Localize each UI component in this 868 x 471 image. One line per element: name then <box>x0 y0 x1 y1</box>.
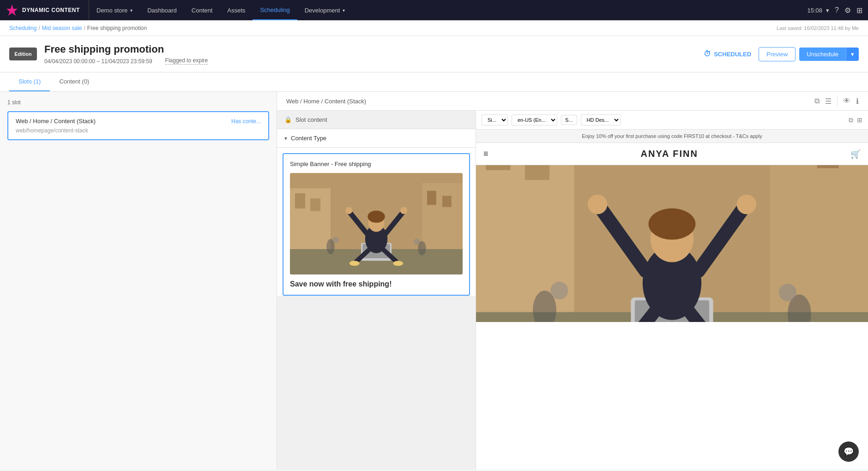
svg-point-23 <box>332 237 338 243</box>
svg-point-38 <box>649 209 696 240</box>
slot-count: 1 slot <box>7 99 269 106</box>
svg-rect-4 <box>310 198 320 211</box>
preview-nav: ≡ ANYA FINN 🛒 <box>476 143 868 165</box>
slot-content-label: 🔒 Slot content <box>277 111 476 129</box>
breadcrumb-scheduling[interactable]: Scheduling <box>9 25 36 31</box>
preview-quality-select[interactable]: HD Des... <box>581 114 621 125</box>
preview-external-icon[interactable]: ⊞ <box>857 116 862 124</box>
page-header: Edition Free shipping promotion 04/04/20… <box>0 36 868 72</box>
svg-point-25 <box>414 238 420 244</box>
banner-image-svg <box>290 173 463 274</box>
nav-assets[interactable]: Assets <box>220 0 253 20</box>
eye-icon[interactable]: 👁 <box>843 97 850 105</box>
svg-point-50 <box>779 284 796 301</box>
unschedule-button[interactable]: Unschedule <box>799 48 846 61</box>
last-saved: Last saved: 16/02/2023 11:48 by Me <box>777 25 859 31</box>
svg-point-21 <box>393 261 403 266</box>
copy-icon[interactable]: ⧉ <box>814 97 820 105</box>
slot-content-header: Web / Home / Content (Stack) ⧉ ☰ 👁 ℹ <box>277 92 868 111</box>
store-caret-icon: ▾ <box>130 8 133 13</box>
banner-image <box>290 173 463 274</box>
unschedule-dropdown-button[interactable]: ▾ <box>846 48 859 61</box>
preview-promo-bar: Enjoy 10% off your first purchase using … <box>476 130 868 143</box>
nav-icons: ? ⚙ ⊞ <box>829 6 862 15</box>
header-actions: ⏱ SCHEDULED Preview Unschedule ▾ <box>704 47 859 61</box>
tabs-bar: Slots (1) Content (0) <box>0 72 868 92</box>
help-icon[interactable]: ? <box>835 6 839 14</box>
preview-button[interactable]: Preview <box>759 47 796 61</box>
preview-toolbar: Si... en-US (En... S... HD Des... ⧉ ⊞ <box>476 111 868 130</box>
slot-name: Web / Home / Content (Stack) <box>16 118 96 125</box>
preview-logo: ANYA FINN <box>641 149 698 159</box>
slot-card[interactable]: Web / Home / Content (Stack) Has conte..… <box>7 111 269 140</box>
tab-content[interactable]: Content (0) <box>50 72 98 91</box>
chevron-down-icon: ▾ <box>284 135 287 142</box>
content-type-section: ▾ Content Type Simple Banner - Free ship… <box>277 129 476 296</box>
preview-icon-group: ⧉ ⊞ <box>849 116 862 124</box>
logo-area: DYNAMIC CONTENT <box>6 4 89 17</box>
chat-icon: 💬 <box>844 447 854 457</box>
info-icon[interactable]: ℹ <box>856 97 859 106</box>
content-type-header[interactable]: ▾ Content Type <box>277 129 476 148</box>
preview-cart-icon[interactable]: 🛒 <box>850 149 861 159</box>
preview-device-button[interactable]: S... <box>561 115 577 125</box>
right-panel: Web / Home / Content (Stack) ⧉ ☰ 👁 ℹ 🔒 S… <box>277 92 868 470</box>
preview-content: Enjoy 10% off your first purchase using … <box>476 130 868 322</box>
unschedule-button-group: Unschedule ▾ <box>799 48 859 61</box>
slot-card-header: Web / Home / Content (Stack) Has conte..… <box>16 118 261 125</box>
banner-card: Simple Banner - Free shipping <box>283 153 470 296</box>
breadcrumb-mid-season[interactable]: Mid season sale <box>42 25 82 31</box>
left-panel: 1 slot Web / Home / Content (Stack) Has … <box>0 92 277 470</box>
user-icon[interactable]: ⊞ <box>856 6 862 15</box>
slot-breadcrumb: Web / Home / Content (Stack) <box>286 98 366 105</box>
nav-dashboard[interactable]: Dashboard <box>140 0 184 20</box>
preview-hamburger-icon[interactable]: ≡ <box>483 149 488 159</box>
nav-time: 15:08 ▾ <box>808 7 830 14</box>
preview-select-size[interactable]: Si... <box>482 114 508 125</box>
nav-store[interactable]: Demo store ▾ <box>89 0 140 20</box>
nav-development[interactable]: Development ▾ <box>297 0 353 20</box>
action-divider <box>837 96 838 106</box>
svg-rect-28 <box>486 165 510 170</box>
banner-save-text: Save now with free shipping! <box>290 280 463 288</box>
svg-point-40 <box>588 195 607 214</box>
edition-badge: Edition <box>9 48 37 60</box>
preview-hero-image <box>476 165 868 322</box>
page-date-range: 04/04/2023 00:00:00 – 11/04/2023 23:59:5… <box>44 58 152 65</box>
svg-rect-3 <box>295 193 305 209</box>
tab-slots[interactable]: Slots (1) <box>9 72 50 91</box>
scheduled-badge: ⏱ SCHEDULED <box>704 50 751 58</box>
svg-point-20 <box>350 261 360 266</box>
preview-copy-icon[interactable]: ⧉ <box>849 116 853 124</box>
time-caret-icon: ▾ <box>826 7 829 14</box>
svg-point-15 <box>345 207 352 214</box>
logo-icon <box>6 4 18 17</box>
nav-content[interactable]: Content <box>184 0 220 20</box>
svg-point-48 <box>550 282 568 299</box>
svg-rect-7 <box>442 196 452 207</box>
slot-content-body: 🔒 Slot content ▾ Content Type Simple Ban… <box>277 111 868 470</box>
breadcrumb-bar: Scheduling / Mid season sale / Free ship… <box>0 20 868 36</box>
clock-icon: ⏱ <box>704 50 711 58</box>
svg-point-42 <box>737 195 756 214</box>
svg-point-17 <box>400 207 407 214</box>
svg-rect-32 <box>817 165 839 168</box>
main-content: 1 slot Web / Home / Content (Stack) Has … <box>0 92 868 470</box>
slot-path: web/homepage/content-stack <box>16 127 261 134</box>
preview-select-locale[interactable]: en-US (En... <box>512 114 557 125</box>
chat-button[interactable]: 💬 <box>838 441 859 462</box>
list-icon[interactable]: ☰ <box>825 97 832 106</box>
flagged-badge: Flagged to expire <box>165 57 208 65</box>
slot-status: Has conte... <box>231 118 261 125</box>
preview-hero-svg <box>476 165 868 322</box>
settings-icon[interactable]: ⚙ <box>844 6 851 15</box>
svg-rect-29 <box>525 165 549 180</box>
page-title-area: Free shipping promotion 04/04/2023 00:00… <box>44 43 696 65</box>
svg-point-13 <box>368 210 385 222</box>
nav-scheduling[interactable]: Scheduling <box>253 0 297 20</box>
breadcrumb: Scheduling / Mid season sale / Free ship… <box>9 25 147 31</box>
banner-title: Simple Banner - Free shipping <box>290 161 463 167</box>
logo-text: DYNAMIC CONTENT <box>22 7 80 13</box>
preview-panel: Si... en-US (En... S... HD Des... ⧉ ⊞ <box>476 111 868 470</box>
svg-rect-6 <box>427 191 436 205</box>
